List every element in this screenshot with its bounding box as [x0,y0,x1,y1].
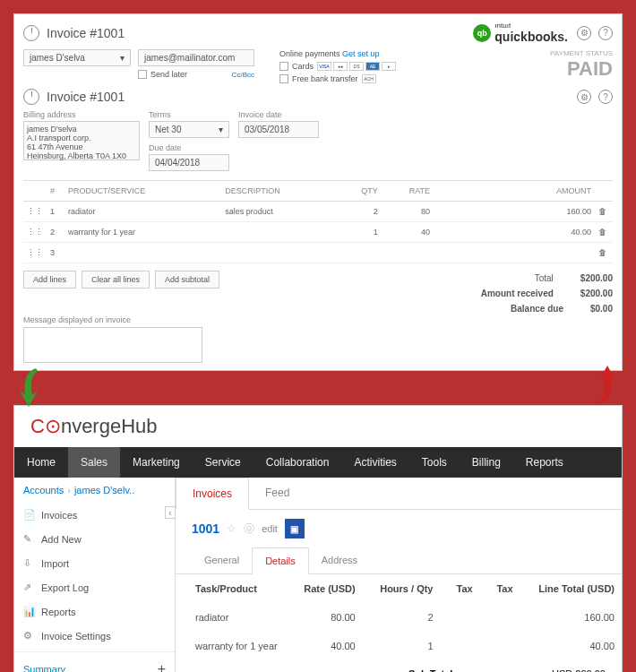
quickbooks-panel: Invoice #1001 qb ıntuıt quickbooks. ⚙ ? … [13,13,623,371]
customer-select[interactable]: james D'selva▾ [23,49,131,66]
nav-marketing[interactable]: Marketing [120,447,193,478]
qb-badge-icon: qb [473,24,491,42]
history-icon[interactable] [23,89,39,105]
nav-collaboration[interactable]: Collaboration [254,447,342,478]
payment-status-label: PAYMENT STATUS [550,49,613,57]
gear-icon[interactable]: ⚙ [577,26,591,40]
sidebar-item-invoice-settings[interactable]: ⚙Invoice Settings [14,624,175,648]
sidebar-icon: 📊 [23,606,34,617]
sidebar-icon: ⇩ [23,557,34,569]
nav-service[interactable]: Service [193,447,254,478]
owl-icon[interactable]: ⓞ [244,521,254,537]
drag-icon[interactable]: ⋮⋮ [23,243,47,263]
invoice-title: Invoice #1001 [47,90,568,104]
sidebar-icon: ⚙ [23,630,34,642]
message-input[interactable] [23,327,202,363]
line-items-table: # PRODUCT/SERVICE DESCRIPTION QTY RATE A… [23,180,613,263]
sidebar-item-invoices[interactable]: 📄Invoices [14,503,175,527]
billing-address-input[interactable]: james D'selva A.I transport corp. 61 47t… [23,121,140,160]
main-nav: HomeSalesMarketingServiceCollaborationAc… [14,447,622,478]
gear-icon[interactable]: ⚙ [577,90,591,104]
terms-select[interactable]: Net 30▾ [149,121,229,138]
due-date-input[interactable]: 04/04/2018 [149,154,229,171]
send-later-checkbox[interactable] [138,70,147,79]
nav-tools[interactable]: Tools [409,447,460,478]
discover-icon: DS [349,62,364,71]
chevron-down-icon: ▾ [120,53,125,63]
table-row: radiator80.00 2160.00 [176,603,622,632]
nav-home[interactable]: Home [14,447,68,478]
sidebar: Accounts›james D'selv.. ‹ 📄Invoices✎Add … [14,478,176,672]
app-icon[interactable]: ▣ [285,519,305,538]
breadcrumb: Accounts›james D'selv.. [14,478,175,503]
breadcrumb-customer[interactable]: james D'selv.. [74,485,134,495]
tab-details[interactable]: Details [252,547,309,574]
sidebar-summary[interactable]: Summary+ [14,651,175,672]
nav-activities[interactable]: Activities [341,447,408,478]
invoice-date-input[interactable]: 03/05/2018 [238,121,319,138]
tab-feed[interactable]: Feed [249,478,305,509]
chevron-down-icon: ▾ [219,125,223,134]
sidebar-icon: ⇗ [23,582,34,593]
cards-checkbox[interactable] [279,62,288,71]
nav-billing[interactable]: Billing [460,447,513,478]
nav-reports[interactable]: Reports [513,447,576,478]
add-subtotal-button[interactable]: Add subtotal [155,271,219,289]
sidebar-icon: ✎ [23,533,34,545]
payment-status-value: PAID [550,57,613,81]
table-row[interactable]: ⋮⋮ 3 🗑 [23,243,613,263]
invoice-number: 1001 [192,521,219,536]
sidebar-item-add-new[interactable]: ✎Add New [14,527,175,551]
tab-address[interactable]: Address [309,547,370,573]
sidebar-item-export-log[interactable]: ⇗Export Log [14,575,175,599]
star-icon[interactable]: ☆ [227,522,236,535]
trash-icon[interactable]: 🗑 [595,222,613,243]
collapse-sidebar-icon[interactable]: ‹ [165,506,176,519]
ccbcc-link[interactable]: Cc/Bcc [232,71,254,79]
get-setup-link[interactable]: Get set up [342,49,380,58]
visa-icon: VISA [317,62,331,71]
clear-lines-button[interactable]: Clear all lines [82,271,150,289]
help-icon[interactable]: ? [598,26,613,40]
amex-icon: AE [365,62,380,71]
trash-icon[interactable]: 🗑 [595,243,613,263]
drag-icon[interactable]: ⋮⋮ [23,202,47,222]
detail-tabs: GeneralDetailsAddress [176,547,622,574]
table-row[interactable]: ⋮⋮ 2warranty for 1 year 140 40.00 🗑 [23,222,613,243]
edit-link[interactable]: edit [262,523,278,534]
mastercard-icon: ●● [333,62,348,71]
trash-icon[interactable]: 🗑 [595,202,613,222]
bank-checkbox[interactable] [279,74,288,83]
table-row: warranty for 1 year40.00 140.00 [176,632,622,660]
arrow-up-icon [582,364,618,412]
applepay-icon: ▸ [382,62,396,71]
convergehub-panel: C⊙nvergeHub HomeSalesMarketingServiceCol… [13,405,623,672]
history-icon[interactable] [23,25,39,41]
sync-arrows [18,364,618,412]
invoice-details-table: Task/Product Rate (USD) Hours / Qty Tax … [176,574,622,660]
table-row[interactable]: ⋮⋮ 1radiatorsales product 280 160.00 🗑 [23,202,613,222]
sidebar-icon: 📄 [23,509,34,521]
plus-icon[interactable]: + [158,661,166,672]
drag-icon[interactable]: ⋮⋮ [23,222,47,243]
tab-invoices[interactable]: Invoices [176,478,249,510]
help-icon[interactable]: ? [598,90,613,104]
quickbooks-logo: qb ıntuıt quickbooks. [473,22,568,44]
main-tabs: InvoicesFeed [176,478,622,510]
sidebar-item-reports[interactable]: 📊Reports [14,599,175,624]
ach-icon: ACH [362,74,376,83]
invoice-title: Invoice #1001 [47,26,473,40]
sidebar-item-import[interactable]: ⇩Import [14,551,175,575]
breadcrumb-accounts[interactable]: Accounts [23,485,64,495]
tab-general[interactable]: General [192,547,252,573]
add-lines-button[interactable]: Add lines [23,271,76,289]
nav-sales[interactable]: Sales [68,447,120,478]
arrow-down-icon [18,364,54,412]
email-input[interactable]: james@mailinator.com [138,49,254,66]
